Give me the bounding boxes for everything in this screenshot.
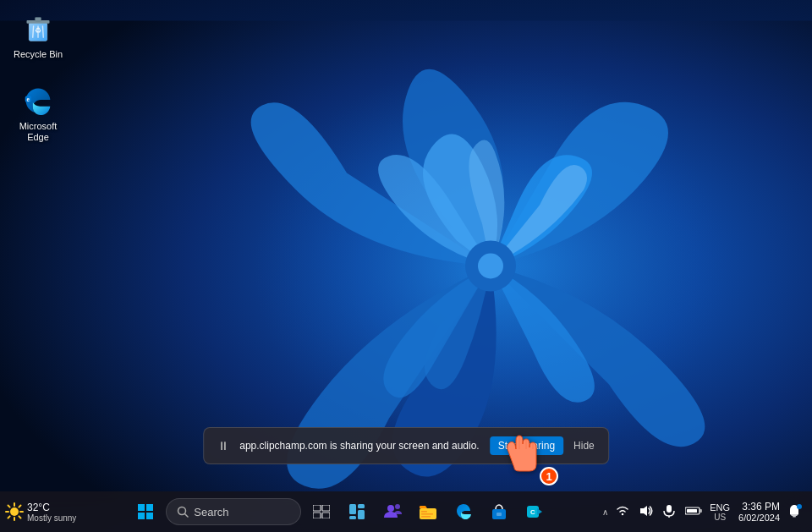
svg-rect-38 [358, 510, 365, 519]
svg-line-31 [185, 514, 189, 518]
svg-rect-47 [497, 513, 502, 516]
notification-bell-button[interactable] [785, 502, 804, 522]
taskbar-tray: ∧ [594, 501, 812, 523]
svg-line-23 [19, 516, 20, 518]
battery-icon[interactable] [683, 503, 705, 521]
svg-rect-37 [358, 504, 365, 508]
start-button[interactable] [129, 496, 162, 527]
svg-point-17 [10, 507, 19, 516]
edge-icon[interactable]: e Microsoft Edge [8, 80, 68, 146]
svg-text:e: e [27, 96, 30, 102]
screen-share-banner: ⏸ app.clipchamp.com is sharing your scre… [203, 427, 609, 464]
file-explorer-button[interactable] [411, 496, 445, 527]
svg-rect-43 [421, 511, 427, 513]
taskbar-search[interactable]: Search [166, 498, 301, 525]
taskbar-weather[interactable]: 32°C Mostly sunny [0, 502, 86, 523]
notification-dot [797, 504, 802, 509]
svg-point-40 [387, 505, 394, 512]
recycle-bin-icon[interactable]: ♻ Recycle Bin [8, 8, 68, 63]
volume-icon[interactable] [637, 503, 656, 521]
svg-rect-44 [421, 513, 433, 515]
widgets-button[interactable] [340, 496, 374, 527]
svg-rect-56 [700, 509, 702, 513]
wifi-icon[interactable] [613, 503, 632, 521]
show-hidden-icons-button[interactable]: ∧ [602, 507, 608, 517]
svg-rect-26 [138, 504, 145, 511]
mic-icon[interactable] [661, 502, 678, 522]
teams-button[interactable] [376, 496, 409, 527]
svg-point-41 [395, 504, 400, 509]
svg-rect-33 [322, 505, 330, 511]
taskbar: 32°C Mostly sunny Search [0, 491, 812, 532]
search-icon [177, 506, 189, 518]
hand-cursor [499, 425, 545, 483]
taskbar-center: Search [86, 496, 594, 527]
svg-rect-29 [146, 513, 153, 519]
svg-text:♻: ♻ [35, 26, 41, 35]
svg-marker-49 [537, 508, 542, 515]
svg-rect-36 [349, 504, 356, 514]
pause-icon: ⏸ [217, 439, 229, 452]
recycle-bin-label: Recycle Bin [14, 49, 63, 60]
svg-rect-52 [667, 505, 672, 513]
svg-rect-45 [421, 516, 431, 518]
svg-text:C: C [530, 508, 535, 516]
taskbar-apps: C [304, 496, 551, 527]
edge-label: Microsoft Edge [12, 121, 64, 143]
weather-temp: 32°C [27, 502, 76, 513]
store-button[interactable] [482, 496, 516, 527]
desktop: ♻ Recycle Bin [0, 0, 812, 532]
svg-line-22 [8, 506, 10, 507]
screen-share-text: app.clipchamp.com is sharing your screen… [239, 440, 480, 452]
hide-button[interactable]: Hide [573, 440, 595, 452]
svg-point-3 [478, 254, 503, 279]
svg-rect-34 [313, 513, 321, 518]
task-view-button[interactable] [304, 496, 338, 527]
svg-rect-10 [35, 18, 41, 22]
cursor-badge: 1 [540, 467, 558, 485]
svg-line-8 [42, 25, 43, 37]
svg-rect-27 [146, 504, 153, 511]
svg-line-25 [8, 516, 10, 518]
lang-secondary: US [714, 513, 726, 522]
taskbar-clock[interactable]: 3:36 PM 6/02/2024 [738, 501, 780, 523]
svg-line-24 [19, 506, 20, 507]
lang-primary: ENG [710, 502, 730, 513]
svg-rect-28 [138, 513, 145, 519]
clock-date: 6/02/2024 [738, 513, 780, 523]
weather-description: Mostly sunny [27, 513, 76, 523]
svg-rect-35 [322, 513, 330, 518]
svg-rect-32 [313, 505, 321, 511]
desktop-icons-container: ♻ Recycle Bin [8, 8, 68, 147]
svg-rect-39 [349, 516, 356, 519]
language-button[interactable]: ENG US [710, 502, 730, 522]
edge-browser-button[interactable] [447, 496, 480, 527]
search-label: Search [194, 506, 228, 518]
svg-rect-57 [793, 516, 796, 518]
svg-rect-55 [687, 509, 697, 513]
svg-marker-51 [640, 506, 647, 516]
clock-time: 3:36 PM [742, 501, 780, 513]
clipchamp-button[interactable]: C [518, 496, 551, 527]
svg-line-6 [33, 25, 34, 37]
